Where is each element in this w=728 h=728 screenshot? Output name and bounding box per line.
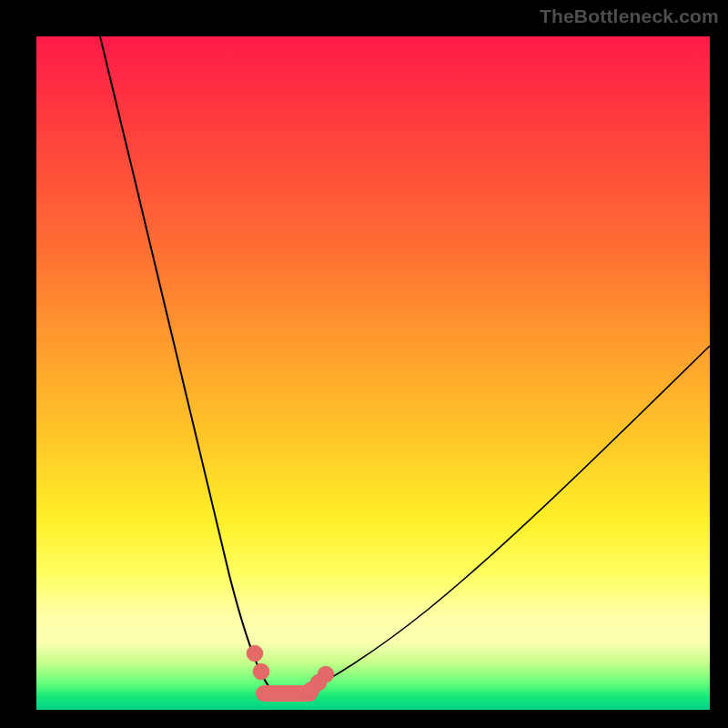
curve-left-branch [100,36,269,687]
curve-right-branch [306,346,710,692]
chart-svg [36,36,710,710]
chart-frame: TheBottleneck.com [0,0,728,728]
bead-dot [247,645,263,662]
watermark-text: TheBottleneck.com [540,5,719,27]
bead-dot [253,663,269,680]
bead-dot [303,682,319,698]
